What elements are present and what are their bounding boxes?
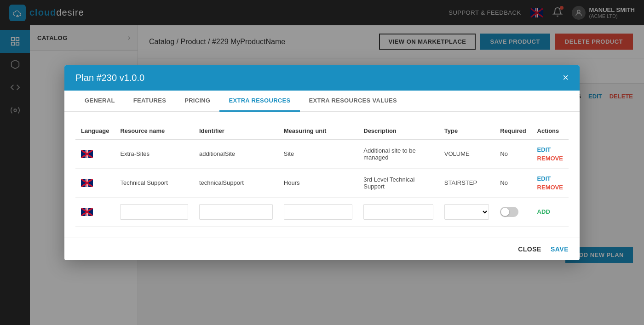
new-row-measuring-unit	[278, 197, 358, 226]
col-description: Description	[358, 123, 439, 139]
row2-type: STAIRSTEP	[439, 168, 494, 197]
col-required: Required	[494, 123, 531, 139]
modal-tab-general[interactable]: GENERAL	[75, 91, 124, 112]
new-row: VOLUME STAIRSTEP ADD	[75, 197, 569, 226]
row1-language	[75, 139, 115, 169]
flag-uk-icon	[81, 208, 93, 216]
new-row-description	[358, 197, 439, 226]
modal-body: Language Resource name Identifier Measur…	[64, 112, 580, 238]
extra-resources-table: Language Resource name Identifier Measur…	[75, 123, 569, 227]
col-actions: Actions	[532, 123, 569, 139]
new-row-resource-name	[115, 197, 194, 226]
modal-tab-extra-resources[interactable]: EXTRA RESOURCES	[219, 91, 299, 112]
modal-tab-pricing[interactable]: PRICING	[175, 91, 219, 112]
modal-tab-extra-resources-values[interactable]: EXTRA RESOURCES VALUES	[300, 91, 407, 112]
row1-remove-button[interactable]: REMOVE	[537, 155, 563, 162]
measuring-unit-input[interactable]	[284, 204, 352, 220]
row2-required: No	[494, 168, 531, 197]
row2-language	[75, 168, 115, 197]
table-row: Technical Support technicalSupport Hours…	[75, 168, 569, 197]
row1-resource-name: Extra-Sites	[115, 139, 194, 169]
modal-save-button[interactable]: SAVE	[551, 245, 569, 253]
plan-modal: Plan #230 v1.0.0 × GENERAL FEATURES PRIC…	[64, 65, 580, 260]
row1-description: Additional site to be managed	[358, 139, 439, 169]
flag-uk-icon	[81, 179, 93, 187]
new-row-language	[75, 197, 115, 226]
type-select[interactable]: VOLUME STAIRSTEP	[444, 204, 489, 220]
required-toggle[interactable]	[500, 207, 518, 217]
col-language: Language	[75, 123, 115, 139]
row2-identifier: technicalSupport	[194, 168, 278, 197]
row2-edit-button[interactable]: EDIT	[537, 175, 551, 182]
modal-close-button[interactable]: ×	[563, 73, 569, 83]
new-row-identifier	[194, 197, 278, 226]
row2-resource-name: Technical Support	[115, 168, 194, 197]
row1-measuring-unit: Site	[278, 139, 358, 169]
flag-uk-icon	[81, 150, 93, 158]
row2-description: 3rd Level Technical Support	[358, 168, 439, 197]
row2-measuring-unit: Hours	[278, 168, 358, 197]
modal-header: Plan #230 v1.0.0 ×	[64, 65, 580, 91]
col-identifier: Identifier	[194, 123, 278, 139]
row2-remove-button[interactable]: REMOVE	[537, 184, 563, 191]
col-type: Type	[439, 123, 494, 139]
row1-identifier: additionalSite	[194, 139, 278, 169]
new-row-type: VOLUME STAIRSTEP	[439, 197, 494, 226]
col-resource-name: Resource name	[115, 123, 194, 139]
modal-tab-features[interactable]: FEATURES	[124, 91, 176, 112]
new-row-required	[494, 197, 531, 226]
resource-name-input[interactable]	[120, 204, 188, 220]
add-row-button[interactable]: ADD	[537, 208, 550, 215]
modal-footer: CLOSE SAVE	[64, 238, 580, 260]
modal-title: Plan #230 v1.0.0	[75, 73, 144, 83]
row2-actions: EDIT REMOVE	[532, 168, 569, 197]
modal-tabs: GENERAL FEATURES PRICING EXTRA RESOURCES…	[64, 91, 580, 112]
row1-type: VOLUME	[439, 139, 494, 169]
row1-edit-button[interactable]: EDIT	[537, 146, 551, 153]
col-measuring-unit: Measuring unit	[278, 123, 358, 139]
modal-overlay: Plan #230 v1.0.0 × GENERAL FEATURES PRIC…	[0, 0, 644, 325]
description-input[interactable]	[363, 204, 433, 220]
row1-required: No	[494, 139, 531, 169]
identifier-input[interactable]	[199, 204, 273, 220]
modal-close-footer-button[interactable]: CLOSE	[518, 245, 541, 253]
new-row-actions: ADD	[532, 197, 569, 226]
row1-actions: EDIT REMOVE	[532, 139, 569, 169]
table-row: Extra-Sites additionalSite Site Addition…	[75, 139, 569, 169]
